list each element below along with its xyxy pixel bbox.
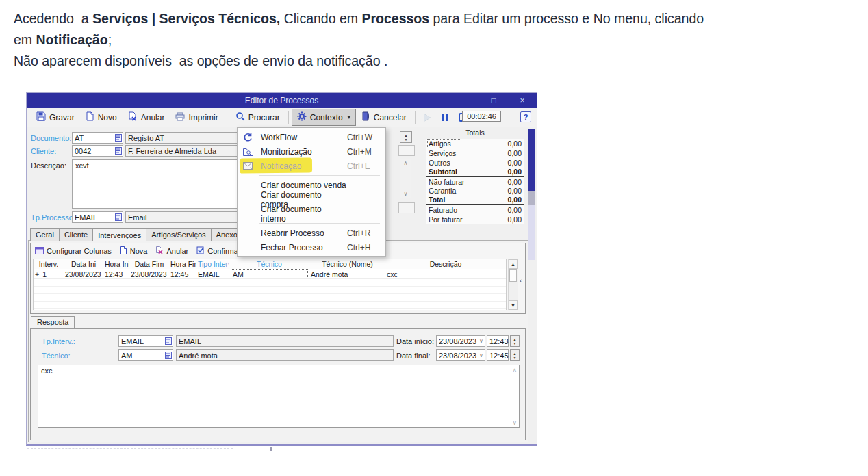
- tp-interv-code-field[interactable]: EMAIL: [118, 335, 173, 347]
- novo-button[interactable]: Novo: [80, 109, 123, 126]
- scroll-up-icon[interactable]: ∧: [512, 367, 517, 373]
- lookup-icon[interactable]: [165, 352, 172, 360]
- menu-item-criar-documento-interno[interactable]: Criar documento interno: [238, 207, 385, 221]
- table-row[interactable]: +1 23/08/2023 12:43 23/08/2023 12:45 EMA…: [34, 269, 506, 279]
- col-hora-ini[interactable]: Hora Ini: [103, 260, 129, 268]
- documento-desc-field[interactable]: Registo AT: [125, 132, 238, 144]
- tecnico-desc-field[interactable]: André mota: [176, 349, 394, 361]
- configurar-colunas-button[interactable]: Configurar Colunas: [35, 247, 112, 256]
- gravar-button[interactable]: Gravar: [31, 109, 80, 126]
- small-button[interactable]: [398, 202, 415, 213]
- descricao-scrollbar[interactable]: ∧ ∨: [400, 159, 411, 198]
- search-icon: [235, 111, 245, 123]
- collapse-panel-icon[interactable]: ‹: [520, 276, 522, 285]
- tp-processo-desc-field[interactable]: Email: [125, 211, 238, 223]
- toolbar-separator: [415, 111, 416, 124]
- imprimir-button[interactable]: Imprimir: [170, 109, 223, 126]
- right-scrollbar[interactable]: [528, 129, 535, 260]
- hora-inicio-spinner[interactable]: ▲▼: [510, 335, 520, 347]
- data-final-combo[interactable]: 23/08/2023∨: [436, 349, 485, 361]
- anular-button[interactable]: Anular: [123, 109, 170, 126]
- tp-interv-desc-field[interactable]: EMAIL: [176, 335, 394, 347]
- menu-separator: [259, 175, 380, 176]
- menu-item-reabrir-processo[interactable]: Reabrir Processo Ctrl+R: [238, 226, 385, 240]
- confirmar-button[interactable]: Confirmar: [196, 246, 240, 256]
- empty-row: [34, 279, 506, 287]
- close-button[interactable]: ×: [508, 93, 537, 108]
- delete-row-icon: [155, 246, 164, 256]
- contexto-dropdown-menu: WorkFlow Ctrl+W Monitorização Ctrl+M Not…: [237, 127, 386, 257]
- cliente-code-field[interactable]: 0042: [72, 145, 123, 157]
- col-data-ini[interactable]: Data Ini: [64, 260, 103, 268]
- col-tecnico-nome[interactable]: Técnico (Nome): [309, 260, 385, 268]
- lookup-icon[interactable]: [115, 213, 122, 222]
- minimize-button[interactable]: –: [450, 93, 479, 108]
- totais-row: Serviços0,00: [426, 148, 524, 158]
- lookup-icon[interactable]: [115, 147, 122, 156]
- main-toolbar: Gravar Novo Anular Imprimir Procurar Con…: [27, 108, 537, 127]
- tab-intervencoes[interactable]: Intervenções: [92, 228, 146, 241]
- tab-artigos-servicos[interactable]: Artigos/Serviços: [146, 228, 211, 241]
- tab-resposta[interactable]: Resposta: [31, 316, 75, 328]
- col-descricao[interactable]: Descrição: [385, 260, 506, 268]
- cancelar-button[interactable]: Cancelar: [356, 109, 412, 126]
- lookup-icon[interactable]: [165, 337, 172, 346]
- mail-icon: [243, 162, 261, 170]
- scrollbar-thumb[interactable]: [509, 269, 517, 282]
- descricao-textarea[interactable]: xcvf: [72, 159, 238, 209]
- col-interv[interactable]: Interv.: [34, 260, 64, 268]
- col-data-fim[interactable]: Data Fim: [129, 260, 169, 268]
- cliente-desc-field[interactable]: F. Ferreira de Almeida Lda: [125, 145, 238, 157]
- spinner-control[interactable]: ▲▼: [400, 131, 412, 143]
- scroll-down-icon[interactable]: ∨: [512, 419, 517, 426]
- data-inicio-label: Data início:: [396, 337, 434, 345]
- resposta-notes-textarea[interactable]: cxc ∧ ∨: [38, 365, 520, 428]
- menu-item-monitorizacao[interactable]: Monitorização Ctrl+M: [238, 144, 385, 159]
- contexto-button[interactable]: Contexto ▾: [292, 109, 356, 126]
- tp-processo-code-field[interactable]: EMAIL: [72, 211, 123, 223]
- col-hora-fim[interactable]: Hora Fim: [169, 260, 196, 268]
- descricao-label: Descrição:: [31, 161, 66, 170]
- annotation-line-2: em Notificação;: [14, 29, 704, 51]
- scroll-up-icon[interactable]: ∧: [400, 160, 411, 166]
- cliente-label: Cliente:: [31, 147, 56, 155]
- hora-final-field[interactable]: 12:45: [487, 349, 509, 361]
- play-icon[interactable]: [424, 114, 431, 122]
- faint-underline-artifact: [27, 448, 233, 449]
- expand-row-icon[interactable]: +: [35, 270, 39, 278]
- totais-title: Totais: [426, 129, 524, 137]
- menu-item-workflow[interactable]: WorkFlow Ctrl+W: [238, 130, 385, 144]
- totais-row-subtotal: Subtotal0,00: [426, 168, 524, 177]
- tecnico-code-field[interactable]: AM: [118, 349, 173, 361]
- help-button[interactable]: ?: [520, 111, 531, 122]
- scroll-down-icon[interactable]: ∨: [400, 191, 411, 197]
- scrollbar-thumb[interactable]: [528, 191, 535, 205]
- configure-columns-icon: [35, 247, 44, 256]
- cancel-document-icon: [128, 111, 138, 123]
- lookup-icon[interactable]: [115, 134, 122, 143]
- tab-cliente[interactable]: Cliente: [59, 228, 93, 241]
- small-button[interactable]: [398, 145, 415, 156]
- col-tipo-interv[interactable]: Tipo Interv.: [196, 260, 229, 268]
- scroll-up-icon[interactable]: ▲: [509, 259, 518, 269]
- totais-row-total: Total0,00: [426, 196, 524, 205]
- tab-geral[interactable]: Geral: [30, 228, 60, 241]
- documento-code-field[interactable]: AT: [72, 132, 123, 144]
- chevron-down-icon: ∨: [479, 352, 483, 358]
- col-tecnico[interactable]: Técnico: [229, 260, 309, 268]
- procurar-button[interactable]: Procurar: [230, 109, 285, 126]
- anular-row-button[interactable]: Anular: [155, 246, 188, 256]
- hora-final-spinner[interactable]: ▲▼: [510, 349, 520, 361]
- hora-inicio-field[interactable]: 12:43: [487, 335, 509, 347]
- nova-button[interactable]: Nova: [120, 246, 148, 256]
- empty-row: [34, 294, 506, 302]
- menu-item-notificacao[interactable]: Notificação Ctrl+E: [238, 159, 385, 173]
- scroll-down-icon[interactable]: ▼: [509, 300, 518, 310]
- grid-scrollbar[interactable]: ▲ ▼: [508, 259, 518, 310]
- data-inicio-combo[interactable]: 23/08/2023∨: [436, 335, 485, 347]
- menu-item-fechar-processo[interactable]: Fechar Processo Ctrl+H: [238, 240, 385, 254]
- annotation-line-3: Não aparecem disponíveis as opções de en…: [14, 51, 704, 72]
- maximize-button[interactable]: □: [479, 93, 508, 108]
- focused-cell-tecnico[interactable]: AM: [231, 269, 308, 278]
- pause-icon[interactable]: [442, 114, 448, 121]
